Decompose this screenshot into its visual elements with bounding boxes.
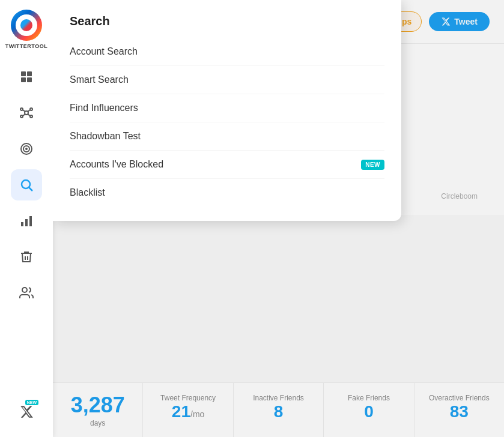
- sidebar-item-target[interactable]: [11, 133, 42, 164]
- sidebar-item-analytics[interactable]: [11, 205, 42, 237]
- svg-line-10: [28, 110, 30, 112]
- dropdown-item-blocked[interactable]: Accounts I've Blocked NEW: [70, 151, 384, 179]
- svg-point-6: [30, 108, 32, 110]
- brand-label: TWITTERTOOL: [5, 43, 47, 49]
- svg-rect-2: [21, 77, 26, 82]
- svg-point-5: [20, 108, 23, 110]
- svg-point-21: [22, 288, 27, 292]
- svg-point-8: [30, 115, 32, 118]
- new-badge: NEW: [25, 400, 38, 405]
- svg-rect-18: [21, 222, 23, 226]
- dropdown-title: Search: [70, 14, 384, 28]
- account-search-label: Account Search: [70, 46, 138, 57]
- svg-rect-3: [27, 77, 32, 82]
- dropdown-item-find-influencers[interactable]: Find Influencers: [70, 94, 384, 122]
- sidebar-item-dashboard[interactable]: [11, 61, 42, 92]
- logo: TWITTERTOOL: [5, 10, 47, 49]
- dropdown-item-shadowban[interactable]: Shadowban Test: [70, 122, 384, 151]
- sidebar-item-search[interactable]: [11, 169, 42, 200]
- dropdown-menu: Search Account Search Smart Search Find …: [53, 0, 401, 221]
- svg-point-16: [22, 180, 30, 188]
- dropdown-item-smart-search[interactable]: Smart Search: [70, 66, 384, 94]
- blocked-new-tag: NEW: [361, 160, 384, 170]
- find-influencers-label: Find Influencers: [70, 103, 138, 113]
- sidebar-item-network[interactable]: [11, 97, 42, 128]
- sidebar-item-delete[interactable]: [11, 241, 42, 273]
- svg-rect-0: [21, 71, 26, 76]
- logo-icon: [11, 10, 42, 41]
- sidebar-item-users[interactable]: [11, 277, 42, 309]
- svg-point-15: [26, 148, 27, 149]
- smart-search-label: Smart Search: [70, 74, 129, 85]
- dropdown-item-account-search[interactable]: Account Search: [70, 38, 384, 66]
- blocked-label: Accounts I've Blocked: [70, 159, 163, 170]
- main-content: 🤖 An AI a Day aitools2024 ♀ Quick Tips T…: [53, 0, 504, 437]
- sidebar-item-twitter-x[interactable]: NEW: [11, 396, 42, 427]
- svg-line-11: [23, 114, 25, 116]
- dropdown-item-blacklist[interactable]: Blacklist: [70, 179, 384, 206]
- svg-line-12: [28, 114, 30, 116]
- svg-line-9: [23, 110, 25, 112]
- sidebar: TWITTERTOOL NEW: [0, 0, 53, 437]
- svg-rect-19: [25, 219, 28, 226]
- svg-rect-20: [29, 216, 32, 226]
- svg-line-17: [29, 188, 33, 191]
- svg-point-7: [20, 115, 23, 118]
- blacklist-label: Blacklist: [70, 187, 105, 198]
- shadowban-label: Shadowban Test: [70, 131, 141, 142]
- svg-rect-1: [27, 71, 32, 76]
